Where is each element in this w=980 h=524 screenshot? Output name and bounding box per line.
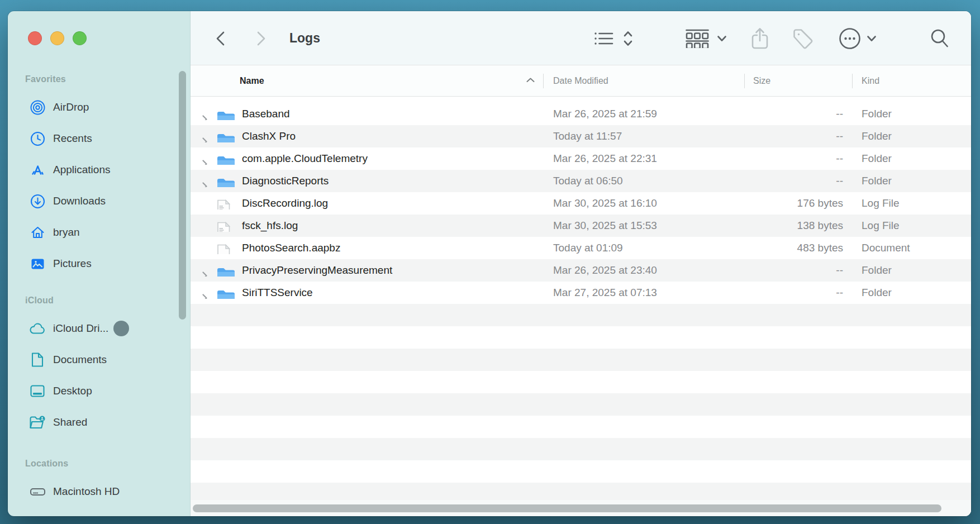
- column-header-kind[interactable]: Kind: [852, 65, 971, 96]
- back-chevron-icon: [215, 31, 227, 46]
- sidebar-item-icloud-dri[interactable]: iCloud Dri...: [8, 313, 190, 344]
- column-header-label: Name: [240, 76, 264, 86]
- hard-drive-icon: [29, 515, 46, 516]
- disclosure-chevron-icon[interactable]: [202, 293, 208, 299]
- document-icon: [29, 351, 46, 368]
- share-button[interactable]: [751, 11, 769, 65]
- window-title: Logs: [289, 11, 320, 65]
- sort-ascending-icon: [526, 77, 535, 83]
- column-header-label: Size: [753, 76, 770, 86]
- file-row-diagnosticreports[interactable]: DiagnosticReportsToday at 06:50--Folder: [191, 170, 971, 192]
- cell-name: PhotosSearch.aapbz: [191, 242, 543, 254]
- folder-icon: [216, 110, 236, 120]
- file-row-fsck-hfs-log[interactable]: fsck_hfs.logMar 30, 2025 at 15:53138 byt…: [191, 215, 971, 237]
- file-row-privacypreservingmeasurement[interactable]: PrivacyPreservingMeasurementMar 26, 2025…: [191, 259, 971, 282]
- zoom-button[interactable]: [73, 31, 87, 45]
- sidebar-item-pictures[interactable]: Pictures: [8, 248, 190, 279]
- file-size: --: [744, 287, 852, 299]
- cell-name: SiriTTSService: [191, 287, 543, 299]
- sidebar-item-documents[interactable]: Documents: [8, 344, 190, 375]
- tag-button[interactable]: [792, 11, 814, 65]
- file-name: com.apple.CloudTelemetry: [242, 153, 368, 164]
- cell-name: ClashX Pro: [191, 130, 543, 142]
- sidebar-item-label: Macintosh HD: [53, 485, 120, 498]
- file-kind: Folder: [852, 153, 971, 165]
- disclosure-chevron-icon[interactable]: [202, 115, 208, 120]
- file-row-baseband[interactable]: BasebandMar 26, 2025 at 21:59--Folder: [191, 103, 971, 125]
- home-icon: [29, 224, 46, 241]
- sidebar-item-bryan[interactable]: bryan: [8, 217, 190, 248]
- file-size: 138 bytes: [744, 220, 852, 232]
- date-modified: Mar 27, 2025 at 07:13: [543, 287, 744, 299]
- log-file-icon: [216, 222, 231, 232]
- sidebar-item-applications[interactable]: Applications: [8, 154, 190, 185]
- empty-row: [191, 416, 971, 438]
- search-button[interactable]: [930, 11, 949, 65]
- disclosure-chevron-icon[interactable]: [202, 182, 208, 187]
- file-size: --: [744, 264, 852, 277]
- toolbar: Logs: [191, 11, 971, 65]
- file-size: --: [744, 108, 852, 120]
- sidebar-item-label: Shared: [53, 416, 87, 428]
- file-name: PrivacyPreservingMeasurement: [242, 264, 392, 276]
- sidebar-item-wd-my-b[interactable]: WD My B: [8, 507, 190, 516]
- eject-icon[interactable]: [148, 515, 160, 516]
- sidebar-item-macintosh-hd[interactable]: Macintosh HD: [8, 476, 190, 507]
- more-options-chevron-button[interactable]: [867, 11, 877, 65]
- file-row-com-apple-cloudtelemetry[interactable]: com.apple.CloudTelemetryMar 26, 2025 at …: [191, 147, 971, 170]
- list-column-headers: NameDate ModifiedSizeKind: [191, 65, 971, 97]
- disclosure-chevron-icon[interactable]: [202, 159, 208, 165]
- group-by-chevron-button[interactable]: [717, 11, 727, 65]
- sidebar-item-shared[interactable]: Shared: [8, 407, 190, 438]
- sidebar-scrollbar-thumb[interactable]: [179, 71, 186, 320]
- group-by-button[interactable]: [686, 11, 709, 65]
- blank-document-icon: [216, 244, 231, 254]
- file-kind: Folder: [852, 130, 971, 142]
- file-name: SiriTTSService: [242, 287, 313, 298]
- disclosure-chevron-icon[interactable]: [202, 137, 208, 142]
- sidebar-section-favorites: FavoritesAirDropRecentsApplicationsDownl…: [8, 67, 190, 279]
- view-mode-button[interactable]: [594, 11, 614, 65]
- column-header-label: Date Modified: [553, 76, 608, 86]
- forward-chevron-icon: [255, 31, 267, 46]
- file-row-discrecording-log[interactable]: DiscRecording.logMar 30, 2025 at 16:1017…: [191, 192, 971, 215]
- date-modified: Mar 26, 2025 at 22:31: [543, 153, 744, 165]
- empty-row: [191, 304, 971, 326]
- sidebar-item-desktop[interactable]: Desktop: [8, 375, 190, 407]
- file-kind: Folder: [852, 264, 971, 277]
- date-modified: Mar 30, 2025 at 15:53: [543, 220, 744, 232]
- cell-name: fsck_hfs.log: [191, 220, 543, 232]
- minimize-button[interactable]: [50, 31, 64, 45]
- file-row-photossearch-aapbz[interactable]: PhotosSearch.aapbzToday at 01:09483 byte…: [191, 237, 971, 259]
- list-view-icon: [594, 31, 614, 46]
- sidebar-item-downloads[interactable]: Downloads: [8, 185, 190, 217]
- file-row-clashx-pro[interactable]: ClashX ProToday at 11:57--Folder: [191, 125, 971, 147]
- close-button[interactable]: [28, 31, 42, 45]
- back-button[interactable]: [215, 11, 227, 65]
- cell-name: Baseband: [191, 108, 543, 120]
- search-icon: [930, 28, 949, 49]
- sidebar-section-locations: LocationsMacintosh HDWD My B: [8, 451, 190, 516]
- more-options-button[interactable]: [839, 11, 861, 65]
- view-options-button[interactable]: [624, 11, 633, 65]
- sidebar-item-recents[interactable]: Recents: [8, 123, 190, 154]
- disclosure-chevron-icon[interactable]: [202, 271, 208, 277]
- date-modified: Mar 30, 2025 at 16:10: [543, 197, 744, 209]
- file-size: --: [744, 130, 852, 142]
- file-size: 483 bytes: [744, 242, 852, 254]
- finder-window: FavoritesAirDropRecentsApplicationsDownl…: [8, 11, 971, 516]
- horizontal-scrollbar-thumb[interactable]: [193, 504, 941, 512]
- column-header-size[interactable]: Size: [744, 65, 852, 96]
- forward-button[interactable]: [255, 11, 267, 65]
- sidebar-section-header: iCloud: [8, 288, 190, 313]
- file-row-sirittsservice[interactable]: SiriTTSServiceMar 27, 2025 at 07:13--Fol…: [191, 282, 971, 304]
- window-controls: [28, 31, 95, 45]
- chevron-down-icon: [717, 35, 727, 42]
- file-name: Baseband: [242, 108, 290, 120]
- sidebar-item-airdrop[interactable]: AirDrop: [8, 92, 190, 123]
- horizontal-scrollbar-track: [191, 500, 971, 516]
- column-header-label: Kind: [862, 76, 879, 86]
- column-header-name[interactable]: Name: [191, 65, 543, 96]
- folder-icon: [216, 132, 236, 142]
- column-header-date[interactable]: Date Modified: [543, 65, 744, 96]
